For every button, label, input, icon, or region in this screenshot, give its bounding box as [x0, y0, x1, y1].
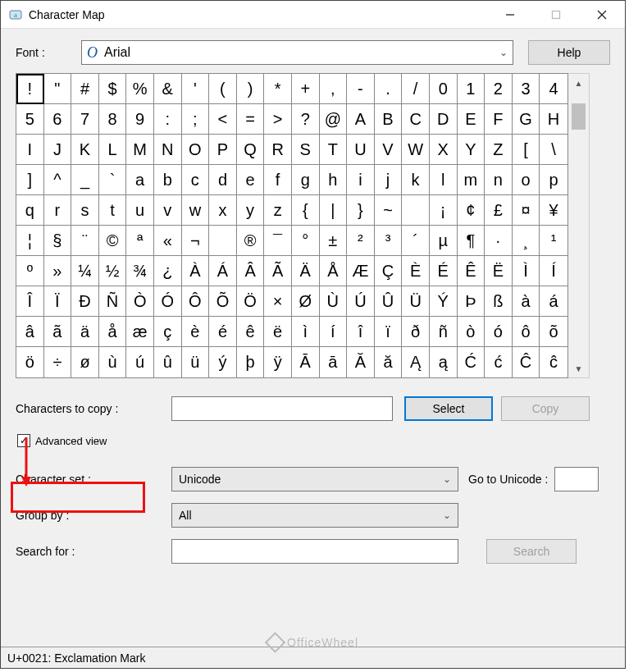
char-cell[interactable]: N	[154, 135, 182, 165]
char-cell[interactable]: ā	[320, 347, 348, 377]
char-cell[interactable]: $	[99, 74, 127, 104]
char-cell[interactable]: ĉ	[540, 347, 567, 377]
scroll-track[interactable]	[568, 92, 589, 359]
search-input[interactable]	[171, 539, 458, 564]
char-cell[interactable]: G	[513, 104, 540, 135]
char-cell[interactable]: û	[154, 347, 182, 377]
char-cell[interactable]: É	[430, 256, 458, 286]
char-cell[interactable]: ¥	[540, 195, 567, 226]
char-cell[interactable]: P	[209, 135, 237, 165]
char-cell[interactable]: Þ	[458, 286, 485, 317]
char-cell[interactable]: 5	[16, 104, 44, 135]
char-cell[interactable]: *	[264, 74, 292, 104]
char-cell[interactable]: u	[126, 195, 154, 226]
char-cell[interactable]: ç	[154, 317, 182, 347]
char-cell[interactable]: Æ	[347, 256, 375, 286]
char-cell[interactable]: ½	[99, 256, 127, 286]
charset-select[interactable]: Unicode ⌄	[171, 467, 458, 491]
char-cell[interactable]: o	[513, 165, 540, 195]
char-cell[interactable]: í	[320, 317, 348, 347]
char-cell[interactable]: ą	[430, 347, 458, 377]
char-cell[interactable]: Ă	[347, 347, 375, 377]
char-cell[interactable]: æ	[126, 317, 154, 347]
char-cell[interactable]: ¼	[71, 256, 99, 286]
char-cell[interactable]: )	[237, 74, 265, 104]
char-cell[interactable]: ñ	[430, 317, 458, 347]
char-cell[interactable]: s	[71, 195, 99, 226]
char-cell[interactable]: ú	[126, 347, 154, 377]
char-cell[interactable]: ¤	[513, 195, 540, 226]
char-cell[interactable]: à	[513, 286, 540, 317]
char-cell[interactable]	[402, 195, 430, 226]
grid-scrollbar[interactable]: ▲ ▼	[568, 73, 590, 378]
char-cell[interactable]: p	[540, 165, 567, 195]
char-cell[interactable]: (	[209, 74, 237, 104]
char-cell[interactable]: ô	[513, 317, 540, 347]
char-cell[interactable]: µ	[430, 226, 458, 256]
char-cell[interactable]: j	[375, 165, 403, 195]
char-cell[interactable]: B	[375, 104, 403, 135]
char-cell[interactable]: g	[292, 165, 320, 195]
char-cell[interactable]: ·	[485, 226, 513, 256]
char-cell[interactable]: ^	[44, 165, 72, 195]
char-cell[interactable]: k	[402, 165, 430, 195]
char-cell[interactable]: c	[182, 165, 210, 195]
char-cell[interactable]: Y	[458, 135, 485, 165]
char-cell[interactable]: 6	[44, 104, 72, 135]
char-cell[interactable]: 0	[430, 74, 458, 104]
char-cell[interactable]: Å	[320, 256, 348, 286]
char-cell[interactable]: t	[99, 195, 127, 226]
char-cell[interactable]: ~	[375, 195, 403, 226]
char-cell[interactable]: ©	[99, 226, 127, 256]
char-cell[interactable]: þ	[237, 347, 265, 377]
copy-input[interactable]	[171, 396, 393, 421]
char-cell[interactable]: ò	[458, 317, 485, 347]
char-cell[interactable]: Ü	[402, 286, 430, 317]
char-cell[interactable]: ³	[375, 226, 403, 256]
char-cell[interactable]: ª	[126, 226, 154, 256]
char-cell[interactable]: S	[292, 135, 320, 165]
char-cell[interactable]: r	[44, 195, 72, 226]
char-cell[interactable]: Ĉ	[513, 347, 540, 377]
char-cell[interactable]: Ï	[44, 286, 72, 317]
char-cell[interactable]: -	[347, 74, 375, 104]
char-cell[interactable]: Ô	[182, 286, 210, 317]
char-cell[interactable]: »	[44, 256, 72, 286]
help-button[interactable]: Help	[528, 40, 610, 65]
scroll-down-icon[interactable]: ▼	[568, 359, 589, 377]
char-cell[interactable]: X	[430, 135, 458, 165]
char-cell[interactable]: ¿	[154, 256, 182, 286]
char-cell[interactable]: Ö	[237, 286, 265, 317]
char-cell[interactable]: =	[237, 104, 265, 135]
char-cell[interactable]: i	[347, 165, 375, 195]
char-cell[interactable]: Í	[540, 256, 567, 286]
char-cell[interactable]: Ã	[264, 256, 292, 286]
char-cell[interactable]: b	[154, 165, 182, 195]
char-cell[interactable]: ê	[237, 317, 265, 347]
char-cell[interactable]: m	[458, 165, 485, 195]
char-cell[interactable]: ×	[264, 286, 292, 317]
char-cell[interactable]: ¯	[264, 226, 292, 256]
char-cell[interactable]: 9	[126, 104, 154, 135]
char-cell[interactable]: T	[320, 135, 348, 165]
char-cell[interactable]: ă	[375, 347, 403, 377]
char-cell[interactable]: ø	[71, 347, 99, 377]
select-button[interactable]: Select	[404, 396, 493, 421]
char-cell[interactable]: D	[430, 104, 458, 135]
char-cell[interactable]: ®	[237, 226, 265, 256]
char-cell[interactable]: R	[264, 135, 292, 165]
char-cell[interactable]: ;	[182, 104, 210, 135]
char-cell[interactable]: Û	[375, 286, 403, 317]
char-cell[interactable]: Î	[16, 286, 44, 317]
char-cell[interactable]: f	[264, 165, 292, 195]
char-cell[interactable]: .	[375, 74, 403, 104]
char-cell[interactable]: H	[540, 104, 567, 135]
char-cell[interactable]: È	[402, 256, 430, 286]
char-cell[interactable]: ü	[182, 347, 210, 377]
char-cell[interactable]: Ä	[292, 256, 320, 286]
char-cell[interactable]: ä	[71, 317, 99, 347]
char-cell[interactable]: /	[402, 74, 430, 104]
char-cell[interactable]: 2	[485, 74, 513, 104]
char-cell[interactable]	[209, 226, 237, 256]
char-cell[interactable]: ¢	[458, 195, 485, 226]
